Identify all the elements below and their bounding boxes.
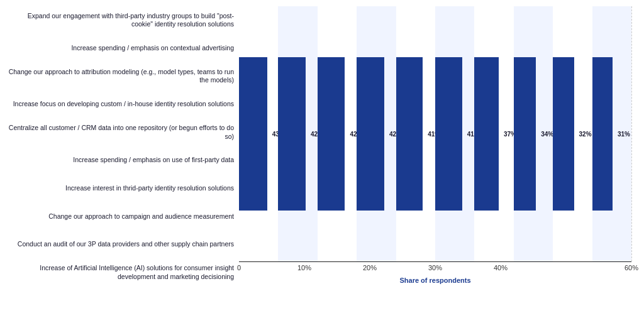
bar-label-text-9: Increase of Artificial Intelligence (AI)… [6,264,234,281]
chart-container: Expand our engagement with third-party i… [0,0,644,318]
bar-6: 37% [474,57,498,211]
bar-1: 42% [278,57,306,211]
bar-label-text-5: Increase spending / emphasis on use of f… [73,156,234,165]
bar-value-label-9: 31% [618,131,630,138]
label-cell-8: Conduct an audit of our 3P data provider… [6,231,239,259]
bar-row-8: 32% [553,6,592,261]
bar-row-4: 41% [396,6,435,261]
label-cell-2: Change our approach to attribution model… [6,62,239,90]
x-tick-3: 30% [428,264,442,271]
bar-3: 42% [357,57,384,211]
bar-4: 41% [396,57,423,211]
bar-value-label-7: 34% [541,131,553,138]
bar-label-text-7: Change our approach to campaign and audi… [48,212,234,221]
label-cell-4: Centralize all customer / CRM data into … [6,118,239,146]
x-tick-1: 10% [297,264,311,271]
label-cell-0: Expand our engagement with third-party i… [6,6,239,35]
bar-label-text-3: Increase focus on developing custom / in… [13,100,234,109]
bar-9: 31% [592,57,613,211]
bar-row-9: 31% [592,6,631,261]
bar-row-7: 34% [514,6,553,261]
grid-line-5 [631,6,632,261]
label-cell-1: Increase spending / emphasis on contextu… [6,35,239,63]
label-cell-9: Increase of Artificial Intelligence (AI)… [6,258,239,287]
bar-value-label-8: 32% [579,131,592,138]
x-tick-2: 20% [363,264,377,271]
bar-row-1: 42% [278,6,317,261]
bar-8: 32% [553,57,574,211]
bar-row-3: 42% [357,6,396,261]
bar-row-6: 37% [474,6,513,261]
chart-inner: 43%42%42%42%41%41%37%34%32%31% [239,6,631,261]
label-cell-5: Increase spending / emphasis on use of f… [6,146,239,175]
bar-label-text-8: Conduct an audit of our 3P data provider… [18,240,234,249]
bar-label-text-2: Change our approach to attribution model… [6,68,234,85]
bars-wrapper: 43%42%42%42%41%41%37%34%32%31% Share of … [239,6,631,287]
bar-label-text-1: Increase spending / emphasis on contextu… [71,44,234,53]
x-axis-label: Share of respondents [239,277,631,284]
labels-column: Expand our engagement with third-party i… [6,6,239,287]
label-cell-7: Change our approach to campaign and audi… [6,202,239,231]
bar-row-2: 42% [318,6,357,261]
bar-row-0: 43% [239,6,278,261]
x-axis: Share of respondents 010%20%30%40%60% [239,261,631,287]
bar-0: 43% [239,57,267,211]
bar-row-5: 41% [435,6,474,261]
label-cell-6: Increase interest in thrid-party identit… [6,175,239,203]
bar-label-text-0: Expand our engagement with third-party i… [6,12,234,29]
bar-label-text-6: Increase interest in thrid-party identit… [65,184,234,193]
bar-5: 41% [435,57,462,211]
x-tick-5: 60% [625,264,638,271]
x-tick-0: 0 [237,264,241,271]
bar-7: 34% [514,57,536,211]
x-tick-4: 40% [494,264,508,271]
label-cell-3: Increase focus on developing custom / in… [6,90,239,119]
bar-label-text-4: Centralize all customer / CRM data into … [6,124,234,141]
bar-2: 42% [318,57,345,211]
